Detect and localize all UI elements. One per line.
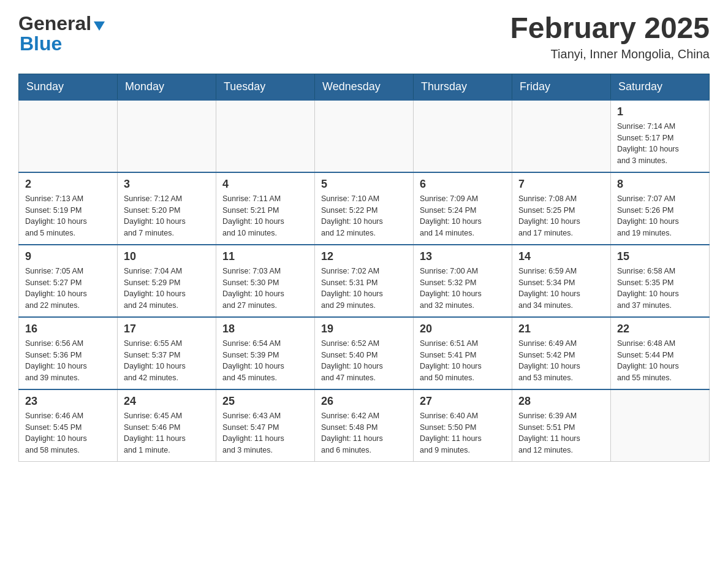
calendar-table: SundayMondayTuesdayWednesdayThursdayFrid… bbox=[18, 74, 710, 462]
day-number: 26 bbox=[321, 395, 407, 408]
calendar-cell: 10Sunrise: 7:04 AM Sunset: 5:29 PM Dayli… bbox=[118, 245, 216, 317]
calendar-day-header: Sunday bbox=[19, 74, 118, 100]
calendar-day-header: Friday bbox=[512, 74, 611, 100]
calendar-week-row: 1Sunrise: 7:14 AM Sunset: 5:17 PM Daylig… bbox=[19, 100, 710, 172]
day-number: 16 bbox=[25, 323, 111, 335]
calendar-cell: 14Sunrise: 6:59 AM Sunset: 5:34 PM Dayli… bbox=[512, 245, 611, 317]
calendar-cell: 18Sunrise: 6:54 AM Sunset: 5:39 PM Dayli… bbox=[216, 317, 315, 389]
day-info: Sunrise: 7:00 AM Sunset: 5:32 PM Dayligh… bbox=[420, 266, 506, 312]
calendar-cell: 22Sunrise: 6:48 AM Sunset: 5:44 PM Dayli… bbox=[611, 317, 710, 389]
day-info: Sunrise: 6:39 AM Sunset: 5:51 PM Dayligh… bbox=[518, 410, 604, 456]
calendar-cell: 20Sunrise: 6:51 AM Sunset: 5:41 PM Dayli… bbox=[414, 317, 512, 389]
calendar-cell: 24Sunrise: 6:45 AM Sunset: 5:46 PM Dayli… bbox=[118, 389, 216, 462]
day-info: Sunrise: 7:04 AM Sunset: 5:29 PM Dayligh… bbox=[124, 266, 210, 312]
day-number: 22 bbox=[617, 323, 703, 335]
day-info: Sunrise: 6:58 AM Sunset: 5:35 PM Dayligh… bbox=[617, 266, 703, 312]
calendar-day-header: Wednesday bbox=[315, 74, 414, 100]
calendar-cell: 25Sunrise: 6:43 AM Sunset: 5:47 PM Dayli… bbox=[216, 389, 315, 462]
day-number: 15 bbox=[617, 250, 703, 263]
day-number: 2 bbox=[25, 178, 111, 191]
day-info: Sunrise: 6:49 AM Sunset: 5:42 PM Dayligh… bbox=[518, 338, 604, 384]
day-info: Sunrise: 7:11 AM Sunset: 5:21 PM Dayligh… bbox=[222, 193, 308, 239]
day-number: 19 bbox=[321, 323, 407, 335]
calendar-cell: 1Sunrise: 7:14 AM Sunset: 5:17 PM Daylig… bbox=[611, 100, 710, 172]
calendar-cell: 16Sunrise: 6:56 AM Sunset: 5:36 PM Dayli… bbox=[19, 317, 118, 389]
day-info: Sunrise: 7:14 AM Sunset: 5:17 PM Dayligh… bbox=[617, 121, 703, 167]
day-info: Sunrise: 6:45 AM Sunset: 5:46 PM Dayligh… bbox=[124, 410, 210, 456]
logo-triangle-icon bbox=[94, 21, 105, 31]
day-info: Sunrise: 6:51 AM Sunset: 5:41 PM Dayligh… bbox=[420, 338, 506, 384]
day-info: Sunrise: 7:13 AM Sunset: 5:19 PM Dayligh… bbox=[25, 193, 111, 239]
day-number: 7 bbox=[518, 178, 604, 191]
day-number: 27 bbox=[420, 395, 506, 408]
calendar-cell: 27Sunrise: 6:40 AM Sunset: 5:50 PM Dayli… bbox=[414, 389, 512, 462]
calendar-day-header: Thursday bbox=[414, 74, 512, 100]
day-info: Sunrise: 7:03 AM Sunset: 5:30 PM Dayligh… bbox=[222, 266, 308, 312]
day-number: 24 bbox=[124, 395, 210, 408]
logo-blue-text: Blue bbox=[20, 33, 62, 55]
calendar-cell: 26Sunrise: 6:42 AM Sunset: 5:48 PM Dayli… bbox=[315, 389, 414, 462]
day-number: 23 bbox=[25, 395, 111, 408]
day-info: Sunrise: 6:42 AM Sunset: 5:48 PM Dayligh… bbox=[321, 410, 407, 456]
day-number: 9 bbox=[25, 250, 111, 263]
calendar-cell bbox=[315, 100, 414, 172]
calendar-cell bbox=[118, 100, 216, 172]
day-info: Sunrise: 7:08 AM Sunset: 5:25 PM Dayligh… bbox=[518, 193, 604, 239]
calendar-cell: 11Sunrise: 7:03 AM Sunset: 5:30 PM Dayli… bbox=[216, 245, 315, 317]
calendar-day-header: Tuesday bbox=[216, 74, 315, 100]
day-number: 14 bbox=[518, 250, 604, 263]
day-number: 12 bbox=[321, 250, 407, 263]
day-info: Sunrise: 6:43 AM Sunset: 5:47 PM Dayligh… bbox=[222, 410, 308, 456]
day-info: Sunrise: 7:12 AM Sunset: 5:20 PM Dayligh… bbox=[124, 193, 210, 239]
calendar-header-row: SundayMondayTuesdayWednesdayThursdayFrid… bbox=[19, 74, 710, 100]
calendar-week-row: 9Sunrise: 7:05 AM Sunset: 5:27 PM Daylig… bbox=[19, 245, 710, 317]
day-number: 5 bbox=[321, 178, 407, 191]
calendar-cell: 15Sunrise: 6:58 AM Sunset: 5:35 PM Dayli… bbox=[611, 245, 710, 317]
day-number: 1 bbox=[617, 105, 703, 118]
day-number: 3 bbox=[124, 178, 210, 191]
calendar-cell: 4Sunrise: 7:11 AM Sunset: 5:21 PM Daylig… bbox=[216, 172, 315, 245]
day-info: Sunrise: 7:07 AM Sunset: 5:26 PM Dayligh… bbox=[617, 193, 703, 239]
day-number: 10 bbox=[124, 250, 210, 263]
header-right: February 2025 Tianyi, Inner Mongolia, Ch… bbox=[510, 12, 710, 61]
day-info: Sunrise: 6:46 AM Sunset: 5:45 PM Dayligh… bbox=[25, 410, 111, 456]
calendar-cell: 2Sunrise: 7:13 AM Sunset: 5:19 PM Daylig… bbox=[19, 172, 118, 245]
calendar-cell: 17Sunrise: 6:55 AM Sunset: 5:37 PM Dayli… bbox=[118, 317, 216, 389]
month-title: February 2025 bbox=[510, 12, 710, 45]
calendar-week-row: 16Sunrise: 6:56 AM Sunset: 5:36 PM Dayli… bbox=[19, 317, 710, 389]
calendar-cell: 6Sunrise: 7:09 AM Sunset: 5:24 PM Daylig… bbox=[414, 172, 512, 245]
logo: General Blue bbox=[18, 12, 105, 55]
day-number: 21 bbox=[518, 323, 604, 335]
calendar-cell: 28Sunrise: 6:39 AM Sunset: 5:51 PM Dayli… bbox=[512, 389, 611, 462]
calendar-cell: 13Sunrise: 7:00 AM Sunset: 5:32 PM Dayli… bbox=[414, 245, 512, 317]
day-info: Sunrise: 6:59 AM Sunset: 5:34 PM Dayligh… bbox=[518, 266, 604, 312]
calendar-cell: 19Sunrise: 6:52 AM Sunset: 5:40 PM Dayli… bbox=[315, 317, 414, 389]
calendar-cell: 21Sunrise: 6:49 AM Sunset: 5:42 PM Dayli… bbox=[512, 317, 611, 389]
day-number: 20 bbox=[420, 323, 506, 335]
calendar-cell: 8Sunrise: 7:07 AM Sunset: 5:26 PM Daylig… bbox=[611, 172, 710, 245]
day-info: Sunrise: 6:56 AM Sunset: 5:36 PM Dayligh… bbox=[25, 338, 111, 384]
logo-general-text: General bbox=[18, 12, 91, 35]
calendar-cell: 23Sunrise: 6:46 AM Sunset: 5:45 PM Dayli… bbox=[19, 389, 118, 462]
day-number: 11 bbox=[222, 250, 308, 263]
calendar-week-row: 2Sunrise: 7:13 AM Sunset: 5:19 PM Daylig… bbox=[19, 172, 710, 245]
day-number: 17 bbox=[124, 323, 210, 335]
day-number: 6 bbox=[420, 178, 506, 191]
day-info: Sunrise: 6:54 AM Sunset: 5:39 PM Dayligh… bbox=[222, 338, 308, 384]
calendar-cell: 5Sunrise: 7:10 AM Sunset: 5:22 PM Daylig… bbox=[315, 172, 414, 245]
calendar-cell bbox=[19, 100, 118, 172]
calendar-week-row: 23Sunrise: 6:46 AM Sunset: 5:45 PM Dayli… bbox=[19, 389, 710, 462]
calendar-cell: 3Sunrise: 7:12 AM Sunset: 5:20 PM Daylig… bbox=[118, 172, 216, 245]
day-number: 18 bbox=[222, 323, 308, 335]
day-number: 25 bbox=[222, 395, 308, 408]
day-number: 13 bbox=[420, 250, 506, 263]
calendar-cell bbox=[414, 100, 512, 172]
day-info: Sunrise: 6:52 AM Sunset: 5:40 PM Dayligh… bbox=[321, 338, 407, 384]
day-info: Sunrise: 7:09 AM Sunset: 5:24 PM Dayligh… bbox=[420, 193, 506, 239]
day-number: 28 bbox=[518, 395, 604, 408]
calendar-day-header: Monday bbox=[118, 74, 216, 100]
day-info: Sunrise: 7:02 AM Sunset: 5:31 PM Dayligh… bbox=[321, 266, 407, 312]
day-number: 8 bbox=[617, 178, 703, 191]
calendar-cell bbox=[611, 389, 710, 462]
location: Tianyi, Inner Mongolia, China bbox=[510, 47, 710, 61]
